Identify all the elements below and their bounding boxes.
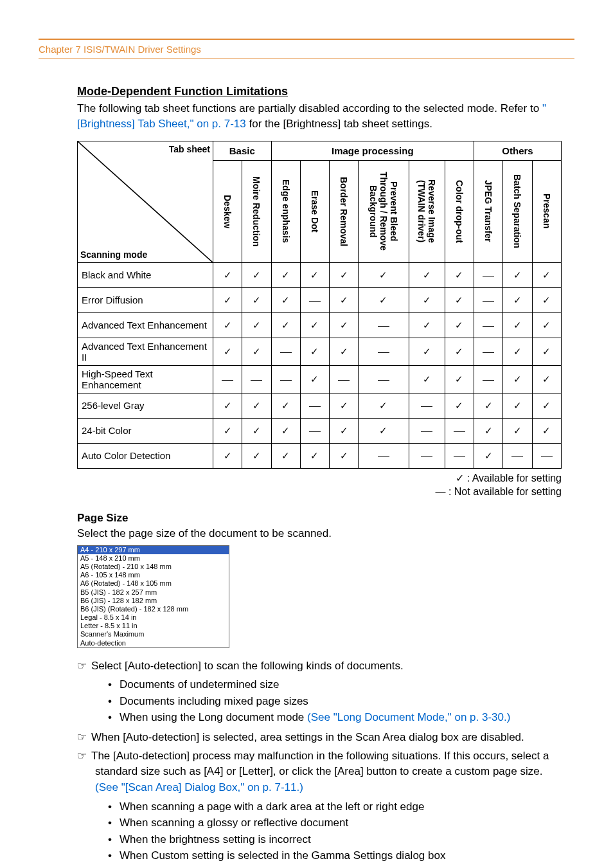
matrix-cell: ✓ [359, 393, 409, 418]
row-label: Advanced Text Enhancement II [78, 338, 213, 365]
matrix-cell [474, 287, 503, 312]
bullet: When scanning a page with a dark area at… [108, 799, 562, 815]
pointer-icon: ☞ [77, 730, 91, 746]
matrix-cell: ✓ [503, 365, 532, 393]
matrix-cell: ✓ [330, 262, 359, 287]
section-intro: The following tab sheet functions are pa… [77, 101, 562, 132]
matrix-cell: ✓ [445, 338, 474, 365]
matrix-cell: ✓ [474, 443, 503, 468]
matrix-cell [474, 338, 503, 365]
scan-area-link[interactable]: (See "[Scan Area] Dialog Box," on p. 7-1… [95, 781, 303, 793]
matrix-cell: ✓ [213, 287, 242, 312]
matrix-cell: ✓ [271, 443, 300, 468]
page-size-desc: Select the page size of the document to … [77, 526, 562, 541]
matrix-cell: ✓ [445, 312, 474, 338]
matrix-cell: ✓ [300, 443, 329, 468]
matrix-cell [330, 365, 359, 393]
note-3: ☞The [Auto-detection] process may malfun… [77, 748, 562, 796]
column-header: Prescan [532, 160, 561, 262]
matrix-cell: ✓ [445, 365, 474, 393]
matrix-cell [532, 443, 561, 468]
matrix-cell: ✓ [330, 287, 359, 312]
matrix-cell: ✓ [213, 338, 242, 365]
matrix-cell: ✓ [532, 287, 561, 312]
matrix-cell: ✓ [474, 418, 503, 443]
row-label: 24-bit Color [78, 418, 213, 443]
matrix-cell: ✓ [242, 338, 271, 365]
column-header: Prevent Bleed Through / Remove Backgroun… [359, 160, 409, 262]
matrix-cell [300, 393, 329, 418]
legend-not-available: — : Not available for setting [77, 485, 562, 499]
column-header: Deskew [213, 160, 242, 262]
matrix-cell: ✓ [242, 262, 271, 287]
matrix-cell: ✓ [503, 287, 532, 312]
matrix-cell: ✓ [242, 418, 271, 443]
note-1-bullets: Documents of undetermined size Documents… [108, 676, 562, 726]
row-label: Black and White [78, 262, 213, 287]
page-size-option: B6 (JIS) - 128 x 182 mm [78, 597, 229, 605]
matrix-cell: ✓ [213, 262, 242, 287]
matrix-cell: ✓ [271, 312, 300, 338]
table-row: Advanced Text Enhancement II✓✓✓✓✓✓✓✓ [78, 338, 562, 365]
matrix-cell: ✓ [330, 418, 359, 443]
table-row: Auto Color Detection✓✓✓✓✓✓ [78, 443, 562, 468]
matrix-cell: ✓ [503, 262, 532, 287]
bullet: When the brightness setting is incorrect [108, 831, 562, 848]
column-header: Reverse Image (TWAIN driver) [409, 160, 445, 262]
matrix-cell [359, 312, 409, 338]
corner-bottom-label: Scanning mode [80, 249, 147, 260]
note-1: ☞Select [Auto-detection] to scan the fol… [77, 658, 562, 674]
matrix-cell [359, 365, 409, 393]
matrix-cell: ✓ [445, 287, 474, 312]
page-size-option: A5 (Rotated) - 210 x 148 mm [78, 563, 229, 571]
matrix-cell: ✓ [242, 443, 271, 468]
bullet: When scanning a glossy or reflective doc… [108, 815, 562, 831]
matrix-cell: ✓ [409, 312, 445, 338]
matrix-cell: ✓ [213, 393, 242, 418]
row-label: 256-level Gray [78, 393, 213, 418]
table-legend: ✓ : Available for setting — : Not availa… [77, 471, 562, 499]
matrix-cell: ✓ [359, 287, 409, 312]
matrix-cell: ✓ [474, 393, 503, 418]
matrix-cell [474, 312, 503, 338]
matrix-cell [409, 393, 445, 418]
matrix-cell [409, 418, 445, 443]
chapter-heading: Chapter 7 ISIS/TWAIN Driver Settings [39, 44, 574, 59]
matrix-cell [359, 338, 409, 365]
corner-top-label: Tab sheet [169, 144, 210, 154]
long-doc-link[interactable]: (See "Long Document Mode," on p. 3-30.) [307, 711, 510, 723]
col-group-basic: Basic [213, 141, 272, 160]
matrix-cell [242, 365, 271, 393]
matrix-cell [474, 365, 503, 393]
matrix-cell: ✓ [532, 393, 561, 418]
pointer-icon: ☞ [77, 748, 91, 764]
matrix-cell: ✓ [242, 312, 271, 338]
matrix-cell: ✓ [213, 443, 242, 468]
matrix-cell [503, 443, 532, 468]
svg-line-0 [78, 141, 213, 262]
note-2-text: When [Auto-detection] is selected, area … [91, 731, 524, 743]
table-row: Error Diffusion✓✓✓✓✓✓✓✓✓ [78, 287, 562, 312]
matrix-cell [271, 365, 300, 393]
matrix-cell: ✓ [409, 338, 445, 365]
section-title: Mode-Dependent Function Limitations [77, 85, 562, 98]
matrix-cell: ✓ [300, 312, 329, 338]
matrix-cell: ✓ [213, 418, 242, 443]
page-size-option: A4 - 210 x 297 mm [78, 546, 229, 554]
table-row: 24-bit Color✓✓✓✓✓✓✓✓ [78, 418, 562, 443]
matrix-cell [445, 443, 474, 468]
page-size-option: A5 - 148 x 210 mm [78, 554, 229, 563]
column-header: Edge enphasis [271, 160, 300, 262]
matrix-cell: ✓ [330, 443, 359, 468]
note-3-text: The [Auto-detection] process may malfunc… [91, 750, 549, 778]
page-size-option: Scanner's Maximum [78, 630, 229, 638]
row-label: Error Diffusion [78, 287, 213, 312]
table-row: High-Speed Text Enhancement✓✓✓✓✓ [78, 365, 562, 393]
matrix-cell: ✓ [213, 312, 242, 338]
page-size-listbox: A4 - 210 x 297 mmA5 - 148 x 210 mmA5 (Ro… [77, 545, 229, 648]
note-3-bullets: When scanning a page with a dark area at… [108, 799, 562, 864]
page-size-option: Auto-detection [78, 639, 229, 647]
matrix-cell: ✓ [359, 262, 409, 287]
matrix-cell: ✓ [532, 418, 561, 443]
matrix-cell [409, 443, 445, 468]
